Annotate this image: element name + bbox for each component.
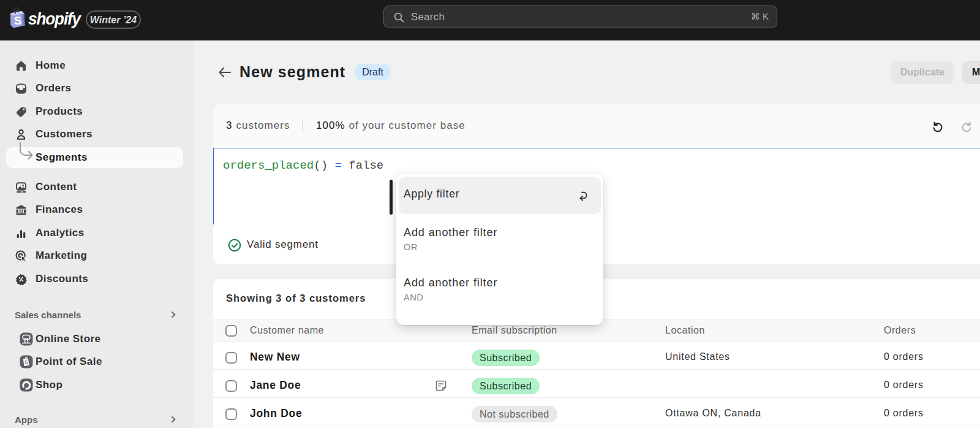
svg-text:S: S: [14, 14, 22, 27]
